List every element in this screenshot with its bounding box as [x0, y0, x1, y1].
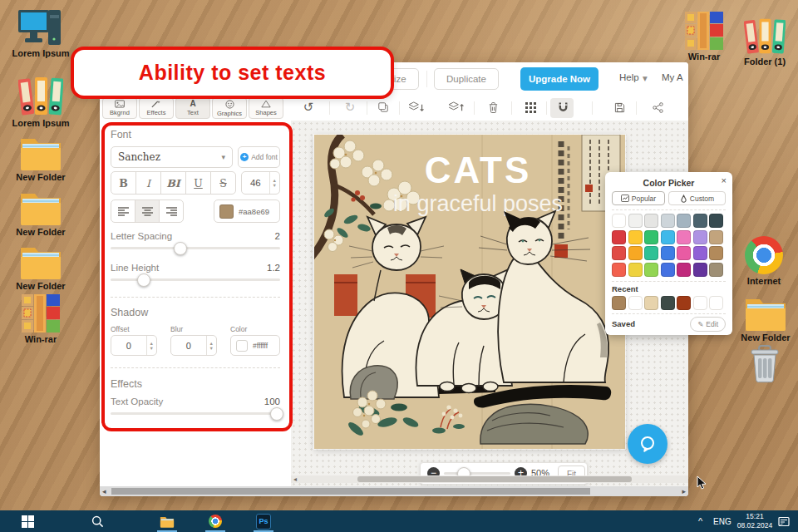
color-swatch[interactable] [661, 263, 675, 277]
color-swatch[interactable] [628, 214, 643, 228]
color-swatch[interactable] [709, 246, 723, 260]
color-swatch[interactable] [693, 246, 707, 260]
desktop-icon-winrar[interactable]: Win-rar [2, 291, 79, 344]
offset-stepper[interactable]: 0 ▲▼ [111, 335, 157, 356]
color-swatch[interactable] [628, 296, 643, 310]
color-swatch[interactable] [677, 214, 691, 228]
color-swatch[interactable] [612, 214, 626, 228]
slider-thumb[interactable] [174, 242, 187, 255]
scroll-left-icon[interactable]: ◂ [293, 475, 297, 483]
color-swatch[interactable] [644, 230, 658, 244]
add-font-button[interactable]: + Add font [238, 146, 280, 168]
desktop-icon-binders[interactable]: Lorem Ipsum [2, 75, 79, 128]
font-size-stepper[interactable]: 46 ▲▼ [241, 171, 280, 195]
color-swatch[interactable] [644, 214, 658, 228]
shadow-color-input[interactable]: #ffffff [230, 335, 280, 356]
notification-center-button[interactable] [776, 514, 791, 529]
color-swatch[interactable] [693, 296, 707, 310]
file-explorer-button[interactable] [160, 514, 175, 529]
desktop-icon-winrar-2[interactable]: Win-rar [675, 8, 733, 62]
color-swatch[interactable] [709, 296, 723, 310]
help-menu[interactable]: Help [619, 72, 639, 82]
desktop-icon-folder-2[interactable]: New Folder [2, 184, 79, 237]
tab-effects[interactable]: Effects [139, 97, 174, 119]
color-swatch[interactable] [693, 214, 707, 228]
desktop-icon-folder-1[interactable]: New Folder [2, 129, 79, 182]
language-indicator[interactable]: ENG [713, 510, 732, 532]
color-swatch[interactable] [612, 263, 626, 277]
chat-support-button[interactable] [628, 424, 667, 464]
font-color-swatch[interactable] [219, 204, 234, 219]
layer-up-icon[interactable] [447, 100, 466, 115]
photoshop-button[interactable]: Ps [256, 514, 271, 529]
color-swatch[interactable] [628, 246, 643, 260]
layer-down-icon[interactable] [407, 100, 426, 115]
color-swatch[interactable] [693, 263, 707, 277]
desktop-icon-internet[interactable]: Internet [735, 233, 793, 286]
blur-stepper[interactable]: 0 ▲▼ [170, 335, 217, 356]
scrollbar-thumb[interactable] [357, 476, 632, 482]
tray-chevron-icon[interactable]: ^ [698, 510, 702, 532]
tab-bkgrnd[interactable]: Bkgrnd [102, 97, 137, 119]
color-swatch[interactable] [612, 246, 626, 260]
tab-text[interactable]: A Text [175, 97, 210, 119]
copy-icon[interactable] [376, 100, 391, 115]
italic-button[interactable]: I [135, 171, 161, 195]
letter-spacing-slider[interactable] [111, 247, 280, 249]
align-right-button[interactable] [159, 200, 184, 223]
save-icon[interactable] [612, 100, 627, 115]
design-canvas[interactable]: CATS in graceful poses [314, 135, 625, 449]
color-swatch[interactable] [644, 296, 658, 310]
color-swatch[interactable] [644, 246, 658, 260]
share-icon[interactable] [650, 100, 665, 115]
duplicate-button[interactable]: Duplicate [434, 68, 499, 90]
desktop-icon-folder-count[interactable]: Folder (1) [736, 13, 794, 66]
slider-thumb[interactable] [270, 407, 283, 421]
color-swatch[interactable] [677, 263, 691, 277]
color-swatch[interactable] [677, 246, 691, 260]
desktop-icon-folder-3[interactable]: New Folder [2, 238, 79, 291]
underline-button[interactable]: U [185, 171, 211, 195]
color-swatch[interactable] [644, 263, 658, 277]
scroll-right-icon[interactable]: ▸ [682, 487, 686, 495]
color-swatch[interactable] [661, 214, 675, 228]
color-swatch[interactable] [628, 263, 643, 277]
taskbar-clock[interactable]: 15:21 08.02.2024 [736, 512, 773, 530]
start-button[interactable] [20, 514, 35, 529]
color-swatch[interactable] [612, 296, 626, 310]
desktop-icon-computer[interactable]: Lorem Ipsum [2, 5, 79, 58]
grid-icon[interactable] [523, 100, 538, 115]
align-center-button[interactable] [135, 200, 160, 223]
bold-button[interactable]: B [111, 171, 136, 195]
text-opacity-slider[interactable] [111, 412, 280, 415]
desktop-icon-trash[interactable] [740, 342, 790, 386]
color-swatch[interactable] [612, 230, 626, 244]
color-swatch[interactable] [661, 296, 675, 310]
line-height-slider[interactable] [111, 278, 280, 281]
slider-thumb[interactable] [137, 273, 150, 287]
desktop-icon-folder-4[interactable]: New Folder [736, 289, 795, 342]
tab-shapes[interactable]: Shapes [249, 97, 283, 119]
color-swatch[interactable] [677, 296, 691, 310]
chrome-button[interactable] [208, 514, 223, 529]
close-icon[interactable]: × [722, 175, 727, 185]
magnet-icon[interactable] [555, 100, 570, 115]
color-swatch[interactable] [693, 230, 707, 244]
search-button[interactable] [90, 514, 105, 529]
undo-icon[interactable]: ↺ [301, 100, 316, 115]
font-family-select[interactable]: Sanchez ▾ [111, 146, 233, 168]
window-horizontal-scrollbar[interactable]: ◂ ▸ [100, 486, 688, 496]
scroll-left-icon[interactable]: ◂ [102, 487, 106, 495]
color-swatch[interactable] [661, 230, 675, 244]
font-color-input[interactable]: #aa8e69 [214, 200, 280, 223]
shadow-color-swatch[interactable] [236, 340, 248, 352]
color-swatch[interactable] [709, 214, 723, 228]
color-swatch[interactable] [709, 230, 723, 244]
color-swatch[interactable] [677, 230, 691, 244]
canvas-horizontal-scrollbar[interactable]: ◂ [291, 475, 688, 483]
bold-italic-button[interactable]: BI [160, 171, 186, 195]
strikethrough-button[interactable]: S [210, 171, 236, 195]
popular-tab[interactable]: Popular [612, 191, 665, 205]
trash-icon[interactable] [485, 100, 500, 115]
color-swatch[interactable] [709, 263, 723, 277]
